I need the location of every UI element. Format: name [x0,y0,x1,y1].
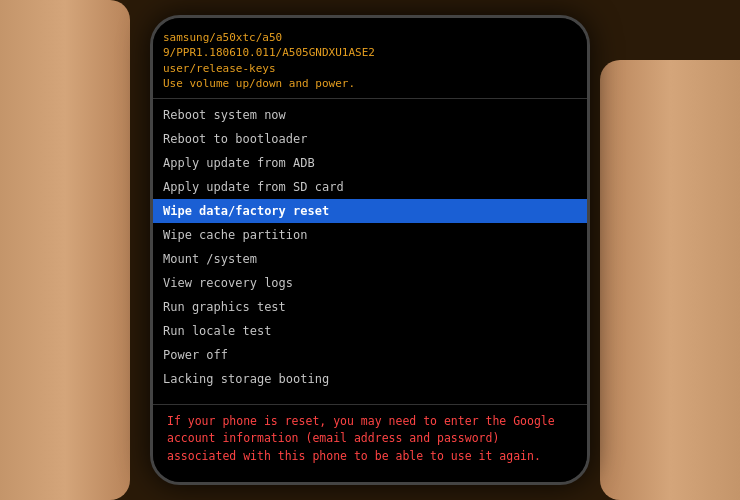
hand-right [600,60,740,500]
menu-item[interactable]: Wipe cache partition [153,223,587,247]
header-line-3: user/release-keys [163,61,577,76]
menu-item[interactable]: Power off [153,343,587,367]
screen: samsung/a50xtc/a50 9/PPR1.180610.011/A50… [153,18,587,482]
phone: samsung/a50xtc/a50 9/PPR1.180610.011/A50… [150,15,590,485]
menu-item[interactable]: Reboot system now [153,103,587,127]
recovery-menu[interactable]: Reboot system nowReboot to bootloaderApp… [153,99,587,404]
menu-item[interactable]: Wipe data/factory reset [153,199,587,223]
header-line-1: samsung/a50xtc/a50 [163,30,577,45]
menu-item[interactable]: Apply update from ADB [153,151,587,175]
menu-item[interactable]: Apply update from SD card [153,175,587,199]
menu-item[interactable]: Lacking storage booting [153,367,587,391]
hand-left [0,0,130,500]
warning-section: If your phone is reset, you may need to … [153,404,587,474]
menu-item[interactable]: View recovery logs [153,271,587,295]
menu-item[interactable]: Run locale test [153,319,587,343]
scene: samsung/a50xtc/a50 9/PPR1.180610.011/A50… [0,0,740,500]
menu-item[interactable]: Reboot to bootloader [153,127,587,151]
header-line-4: Use volume up/down and power. [163,76,577,91]
header-info: samsung/a50xtc/a50 9/PPR1.180610.011/A50… [153,26,587,99]
warning-text: If your phone is reset, you may need to … [167,413,575,466]
menu-item[interactable]: Mount /system [153,247,587,271]
header-line-2: 9/PPR1.180610.011/A505GNDXU1ASE2 [163,45,577,60]
menu-item[interactable]: Run graphics test [153,295,587,319]
